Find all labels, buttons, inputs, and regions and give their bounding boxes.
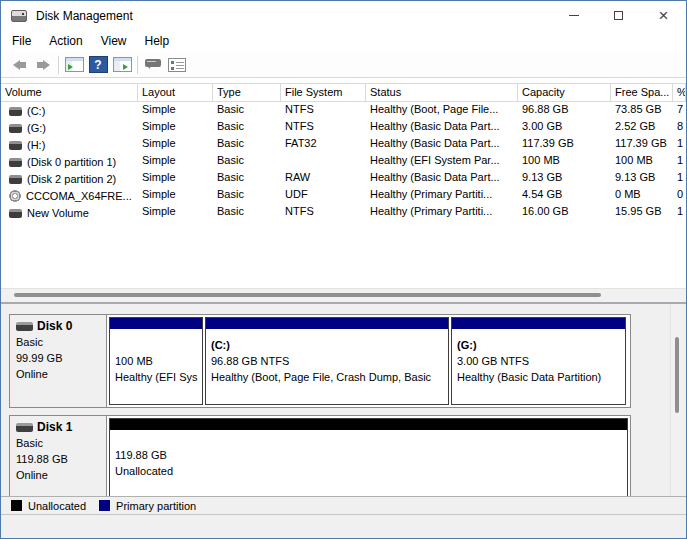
table-row[interactable]: CCCOMA_X64FRE... Simple Basic UDF Health… <box>1 187 686 204</box>
checklist-button[interactable] <box>165 54 189 76</box>
close-button[interactable]: × <box>641 1 686 30</box>
back-button[interactable] <box>7 54 31 76</box>
capacity-value: 100 MB <box>518 153 611 170</box>
partition-g[interactable]: (G:) 3.00 GB NTFS Healthy (Basic Data Pa… <box>451 317 626 405</box>
capacity-value: 3.00 GB <box>518 119 611 136</box>
disk-1-label[interactable]: Disk 1 Basic 119.88 GB Online <box>10 416 107 496</box>
window-controls: × <box>551 1 686 30</box>
console-tree-button[interactable] <box>62 54 86 76</box>
toolbar-separator <box>137 56 138 74</box>
type-value: Basic <box>213 187 281 204</box>
type-value: Basic <box>213 204 281 221</box>
disk-name: Disk 1 <box>37 420 72 434</box>
table-row[interactable]: (G:) Simple Basic NTFS Healthy (Basic Da… <box>1 119 686 136</box>
forward-button[interactable] <box>31 54 55 76</box>
percent-free-value: 7 <box>673 102 686 119</box>
volume-list-pane: Volume Layout Type File System Status Ca… <box>1 78 686 304</box>
legend-item-unallocated: Unallocated <box>11 500 86 512</box>
disk-size: 119.88 GB <box>16 453 102 466</box>
vertical-scrollbar-thumb[interactable] <box>675 337 679 413</box>
partition-c[interactable]: (C:) 96.88 GB NTFS Healthy (Boot, Page F… <box>205 317 449 405</box>
disk-size: 99.99 GB <box>16 352 102 365</box>
maximize-icon <box>614 11 623 20</box>
disk-1-row: Disk 1 Basic 119.88 GB Online 119.88 GB … <box>9 415 631 496</box>
legend-bar: Unallocated Primary partition <box>1 496 686 514</box>
table-row[interactable]: (Disk 0 partition 1) Simple Basic Health… <box>1 153 686 170</box>
hdd-icon <box>9 209 22 218</box>
unallocated-region[interactable]: 119.88 GB Unallocated <box>109 418 628 496</box>
status-value: Healthy (EFI System Par... <box>366 153 518 170</box>
horizontal-scrollbar[interactable] <box>1 288 686 302</box>
col-status[interactable]: Status <box>366 83 518 102</box>
bottom-strip <box>1 514 686 538</box>
percent-free-value: 1 <box>673 136 686 153</box>
disk-graph-pane: Disk 0 Basic 99.99 GB Online 100 MB Heal… <box>1 304 686 496</box>
status-value: Healthy (Boot, Page File... <box>366 102 518 119</box>
col-file-system[interactable]: File System <box>281 83 366 102</box>
volume-name: (G:) <box>27 122 46 134</box>
filesystem-value: NTFS <box>281 119 366 136</box>
col-layout[interactable]: Layout <box>138 83 213 102</box>
cd-icon <box>9 190 21 202</box>
help-icon: ? <box>89 56 108 73</box>
capacity-value: 117.39 GB <box>518 136 611 153</box>
capacity-value: 96.88 GB <box>518 102 611 119</box>
disk-management-window: Disk Management × File Action View Help … <box>0 0 687 539</box>
status-value: Healthy (Primary Partiti... <box>366 204 518 221</box>
legend-item-primary-partition: Primary partition <box>99 500 196 512</box>
vertical-scrollbar[interactable] <box>670 304 682 496</box>
partition-color-bar <box>452 318 625 330</box>
free-space-value: 100 MB <box>611 153 673 170</box>
menu-file[interactable]: File <box>3 32 40 50</box>
capacity-value: 16.00 GB <box>518 204 611 221</box>
table-row[interactable]: (H:) Simple Basic FAT32 Healthy (Basic D… <box>1 136 686 153</box>
legend-label: Unallocated <box>28 500 86 512</box>
partition-status: Healthy (Boot, Page File, Crash Dump, Ba… <box>211 369 444 385</box>
layout-value: Simple <box>138 204 213 221</box>
free-space-value: 15.95 GB <box>611 204 673 221</box>
hdd-icon <box>9 107 22 116</box>
disk-kind: Basic <box>16 437 102 450</box>
partition-color-bar <box>206 318 448 330</box>
menu-action[interactable]: Action <box>40 32 91 50</box>
percent-free-value: 8 <box>673 119 686 136</box>
partition-color-bar <box>110 419 627 431</box>
percent-free-value: 1 <box>673 153 686 170</box>
volume-name: (H:) <box>27 139 45 151</box>
free-space-value: 117.39 GB <box>611 136 673 153</box>
col-volume[interactable]: Volume <box>1 83 138 102</box>
filesystem-value <box>281 153 366 170</box>
disk-0-label[interactable]: Disk 0 Basic 99.99 GB Online <box>10 315 107 407</box>
popup-window-icon <box>145 59 161 67</box>
col-percent-free[interactable]: % <box>673 83 686 102</box>
primary-partition-swatch-icon <box>99 500 110 511</box>
forward-arrow-icon <box>37 60 50 70</box>
horizontal-scrollbar-thumb[interactable] <box>14 293 601 297</box>
hdd-icon <box>9 175 22 184</box>
menu-view[interactable]: View <box>92 32 136 50</box>
minimize-icon <box>569 15 579 16</box>
disk-drive-icon <box>11 10 27 22</box>
volume-table-header: Volume Layout Type File System Status Ca… <box>1 83 686 102</box>
unallocated-swatch-icon <box>11 500 22 511</box>
maximize-button[interactable] <box>596 1 641 30</box>
table-row[interactable]: (C:) Simple Basic NTFS Healthy (Boot, Pa… <box>1 102 686 119</box>
volume-name: CCCOMA_X64FRE... <box>26 190 132 202</box>
type-value: Basic <box>213 119 281 136</box>
col-type[interactable]: Type <box>213 83 281 102</box>
help-button[interactable]: ? <box>86 54 110 76</box>
col-capacity[interactable]: Capacity <box>518 83 611 102</box>
partition-efi[interactable]: 100 MB Healthy (EFI Sys <box>109 317 203 405</box>
table-row[interactable]: New Volume Simple Basic NTFS Healthy (Pr… <box>1 204 686 221</box>
disk-name: Disk 0 <box>37 319 72 333</box>
status-value: Healthy (Basic Data Part... <box>366 136 518 153</box>
filesystem-value: FAT32 <box>281 136 366 153</box>
popup-window-button[interactable] <box>141 54 165 76</box>
back-arrow-icon <box>13 60 26 70</box>
hdd-icon <box>16 423 33 432</box>
minimize-button[interactable] <box>551 1 596 30</box>
col-free-space[interactable]: Free Spa... <box>611 83 673 102</box>
table-row[interactable]: (Disk 2 partition 2) Simple Basic RAW He… <box>1 170 686 187</box>
menu-help[interactable]: Help <box>136 32 179 50</box>
action-pane-button[interactable] <box>110 54 134 76</box>
